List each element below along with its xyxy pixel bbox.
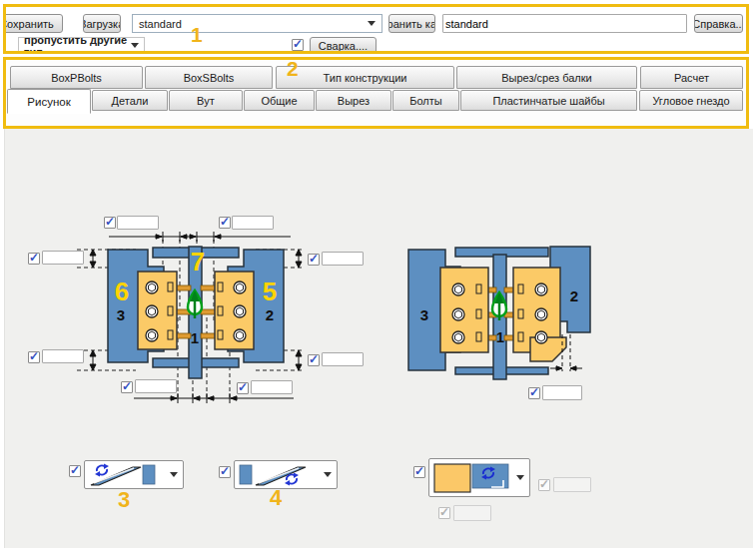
dim-top-left-checkbox[interactable] xyxy=(104,217,116,229)
save-as-name-input[interactable] xyxy=(442,14,687,33)
tab-bolts[interactable]: Болты xyxy=(392,90,459,111)
plate-offset-v-checkbox[interactable] xyxy=(438,507,450,519)
tab-picture[interactable]: Рисунок xyxy=(7,89,91,114)
tab-plate-washers[interactable]: Пластинчатые шайбы xyxy=(460,90,637,111)
chamfered-plate xyxy=(530,337,566,361)
dim-right-upper-checkbox[interactable] xyxy=(308,254,320,266)
dim-right-lower-checkbox[interactable] xyxy=(308,354,320,366)
tab-construction-type[interactable]: Тип конструкции xyxy=(276,66,454,89)
chevron-down-icon xyxy=(324,472,332,477)
label-3: 3 xyxy=(420,306,428,323)
tab-notch[interactable]: Вырез xyxy=(316,90,391,111)
annotation-1: 1 xyxy=(191,24,203,45)
chevron-down-icon xyxy=(368,21,376,26)
annotation-3: 3 xyxy=(118,489,130,511)
auto-default-icon xyxy=(95,464,109,477)
chevron-down-icon xyxy=(516,475,524,480)
chamfer-dim-checkbox[interactable] xyxy=(528,387,540,399)
profile-select-value: standard xyxy=(139,18,182,30)
beam-end-cut-2-checkbox[interactable] xyxy=(219,466,231,478)
splice-diagram-with-dimensions: 7 6 3 5 2 1 xyxy=(21,198,361,407)
tab-parts[interactable]: Детали xyxy=(92,90,168,111)
label-3: 3 xyxy=(117,306,125,323)
joint-properties-dialog: Сохранить Загрузка standard Сохранить ка… xyxy=(0,0,756,560)
picture-tab-panel: 7 6 3 5 2 1 xyxy=(4,129,753,548)
label-5: 5 xyxy=(263,277,277,306)
beam-end-cut-2-select[interactable] xyxy=(234,460,338,489)
dim-bottom-left-input[interactable] xyxy=(135,379,177,393)
dim-right-upper-input[interactable] xyxy=(322,252,364,266)
skip-other-types-value: пропустить другие тип xyxy=(24,34,131,55)
weld-button[interactable]: Сварка.... xyxy=(310,37,377,54)
dim-left-upper-input[interactable] xyxy=(42,251,84,265)
label-2: 2 xyxy=(570,287,578,304)
dim-top-left-input[interactable] xyxy=(117,216,159,230)
tab-boxpbolts[interactable]: BoxPBolts xyxy=(10,66,143,89)
beam-end-cut-1-checkbox[interactable] xyxy=(69,465,81,477)
label-2: 2 xyxy=(266,306,274,323)
toolbar-annotation-box: Сохранить Загрузка standard Сохранить ка… xyxy=(3,4,749,54)
dim-top-right-checkbox[interactable] xyxy=(219,217,231,229)
dim-left-lower-input[interactable] xyxy=(42,349,84,363)
load-button[interactable]: Загрузка xyxy=(83,14,121,33)
tab-analysis[interactable]: Расчет xyxy=(640,66,743,89)
dim-bottom-right-input[interactable] xyxy=(251,380,293,394)
chevron-down-icon xyxy=(131,43,139,48)
label-6: 6 xyxy=(115,277,129,306)
dim-bottom-left-checkbox[interactable] xyxy=(121,381,133,393)
label-1: 1 xyxy=(496,328,504,345)
beam-end-cut-1-image xyxy=(87,462,159,487)
chamfer-dim-input[interactable] xyxy=(542,385,582,400)
label-7: 7 xyxy=(191,247,205,277)
label-1: 1 xyxy=(191,329,199,346)
dim-right-lower-input[interactable] xyxy=(322,352,364,366)
chevron-down-icon xyxy=(170,472,178,477)
tabs-annotation-box: 2 BoxPBolts BoxSBolts Тип конструкции Вы… xyxy=(3,57,749,129)
skip-other-types-select[interactable]: пропустить другие тип xyxy=(18,37,145,54)
plate-position-select[interactable] xyxy=(428,458,530,497)
beam-end-cut-1-select[interactable] xyxy=(84,460,184,489)
tab-haunch[interactable]: Вут xyxy=(169,90,243,111)
dim-left-upper-checkbox[interactable] xyxy=(28,253,40,265)
weld-checkbox[interactable] xyxy=(292,39,304,51)
tab-general[interactable]: Общие xyxy=(244,90,315,111)
annotation-4: 4 xyxy=(270,487,282,509)
plate-offset-h-checkbox[interactable] xyxy=(538,479,550,491)
save-as-button[interactable]: Сохранить как xyxy=(388,14,435,33)
tab-corner-socket[interactable]: Угловое гнездо xyxy=(639,90,743,111)
tab-boxsbolts[interactable]: BoxSBolts xyxy=(145,66,273,89)
plate-offset-v-input[interactable] xyxy=(453,505,491,521)
tab-beam-cut[interactable]: Вырез/срез балки xyxy=(456,66,637,89)
plate-position-image xyxy=(431,461,511,494)
dim-left-lower-checkbox[interactable] xyxy=(28,351,40,363)
dim-bottom-right-checkbox[interactable] xyxy=(237,382,249,394)
save-button[interactable]: Сохранить xyxy=(3,14,63,33)
dim-top-right-input[interactable] xyxy=(232,216,274,230)
plate-position-checkbox[interactable] xyxy=(413,466,425,478)
plate-offset-h-input[interactable] xyxy=(553,477,591,492)
beam-end-cut-2-image xyxy=(237,462,313,487)
annotation-2: 2 xyxy=(287,58,299,79)
splice-diagram-plain: 3 2 1 xyxy=(400,240,600,404)
profile-select[interactable]: standard xyxy=(132,14,382,33)
help-button[interactable]: Справка... xyxy=(694,14,743,33)
